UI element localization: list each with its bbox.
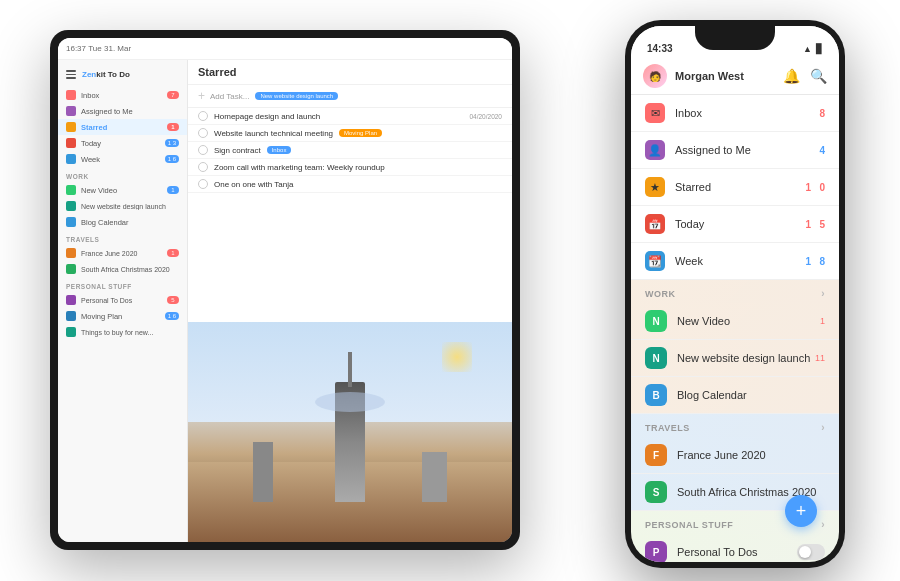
task-item-homepage[interactable]: Homepage design and launch 04/20/2020 [188, 108, 512, 125]
bell-icon[interactable]: 🔔 [783, 68, 800, 84]
tablet-work-blog[interactable]: Blog Calendar [58, 214, 187, 230]
task-date: 04/20/2020 [469, 113, 502, 120]
inbox-tag: Inbox [267, 146, 292, 154]
tablet-main-content: Starred + Add Task... New website design… [188, 60, 512, 542]
phone-nav-today[interactable]: 📅 Today 1 5 [631, 206, 839, 243]
tablet-brand-header: Zenkit To Do [58, 66, 187, 83]
phone-nav-assigned[interactable]: 👤 Assigned to Me 4 [631, 132, 839, 169]
africa-item-icon: S [645, 481, 667, 503]
phone-scroll-area[interactable]: ✉ Inbox 8 👤 Assigned to Me 4 ★ Starred 1… [631, 95, 839, 562]
phone-newvideo-badge: 1 [820, 316, 825, 326]
add-icon: + [198, 89, 205, 103]
assigned-icon: 👤 [645, 140, 665, 160]
tablet-travel-france[interactable]: France June 2020 1 [58, 245, 187, 261]
avatar-initials: 🧑 [649, 71, 661, 82]
tablet-nav-inbox[interactable]: Inbox 7 [58, 87, 187, 103]
sun-glow [442, 342, 472, 372]
tablet-section-title: Starred [188, 60, 512, 85]
task-circle [198, 162, 208, 172]
phone-user-name: Morgan West [675, 70, 744, 82]
phone-blog-label: Blog Calendar [677, 389, 747, 401]
starred-icon: ★ [645, 177, 665, 197]
phone-travel-france[interactable]: F France June 2020 [631, 437, 839, 474]
travels-label: TRAVELS [645, 423, 690, 433]
moving-plan-tag: Moving Plan [339, 129, 382, 137]
inbox-icon: ✉ [645, 103, 665, 123]
tablet-starred-badge: 1 [167, 123, 179, 131]
personal-chevron[interactable]: › [821, 519, 825, 530]
tablet-travel-africa[interactable]: South Africa Christmas 2020 [58, 261, 187, 277]
tablet-work-website[interactable]: New website design launch [58, 198, 187, 214]
phone-device: 14:33 ▲ ▊ 🧑 Morgan West 🔔 🔍 [625, 20, 845, 568]
task-item-sign-contract[interactable]: Sign contract Inbox [188, 142, 512, 159]
travels-chevron[interactable]: › [821, 422, 825, 433]
phone-status-icons: ▲ ▊ [803, 44, 823, 54]
new-task-tag: New website design launch [255, 92, 338, 100]
work-chevron[interactable]: › [821, 288, 825, 299]
task-item-website-meeting[interactable]: Website launch technical meeting Moving … [188, 125, 512, 142]
phone-personal-label: Personal To Dos [677, 546, 758, 558]
task-label: Sign contract [214, 146, 261, 155]
task-item-one-on-one[interactable]: One on one with Tanja [188, 176, 512, 193]
phone-inbox-label: Inbox [675, 107, 702, 119]
phone-website-badge: 11 [815, 353, 825, 363]
week-icon [66, 154, 76, 164]
phone-week-badge: 1 8 [806, 256, 825, 267]
phone-work-blog[interactable]: B Blog Calendar [631, 377, 839, 414]
tablet-starred-label: Starred [81, 123, 107, 132]
task-item-zoom-call[interactable]: Zoom call with marketing team: Weekly ro… [188, 159, 512, 176]
tablet-things-buy[interactable]: Things to buy for new... [58, 324, 187, 340]
tablet-nav-assigned[interactable]: Assigned to Me [58, 103, 187, 119]
phone-work-newvideo[interactable]: N New Video 1 [631, 303, 839, 340]
things-icon [66, 327, 76, 337]
tablet-add-task-label: Add Task... [210, 92, 249, 101]
france-item-icon: F [645, 444, 667, 466]
tablet-week-label: Week [81, 155, 100, 164]
fab-plus-icon: + [796, 501, 807, 522]
tablet-nav-starred[interactable]: Starred 1 [58, 119, 187, 135]
inbox-icon [66, 90, 76, 100]
tower [335, 382, 365, 502]
tablet-add-task[interactable]: + Add Task... New website design launch [188, 85, 512, 108]
tablet-work-newvideo[interactable]: New Video 1 [58, 182, 187, 198]
phone-nav-starred[interactable]: ★ Starred 1 0 [631, 169, 839, 206]
fab-add-button[interactable]: + [785, 495, 817, 527]
personal-label: PERSONAL STUFF [645, 520, 733, 530]
tablet-background-art [188, 322, 512, 542]
tablet-nav-week[interactable]: Week 1 6 [58, 151, 187, 167]
star-icon [66, 122, 76, 132]
phone-nav-week[interactable]: 📆 Week 1 8 [631, 243, 839, 280]
tablet-inbox-label: Inbox [81, 91, 99, 100]
tablet-assign-label: Assigned to Me [81, 107, 133, 116]
phone-france-label: France June 2020 [677, 449, 766, 461]
scene: 16:37 Tue 31. Mar Zenkit To Do [0, 0, 900, 581]
today-icon [66, 138, 76, 148]
search-icon[interactable]: 🔍 [810, 68, 827, 84]
tablet-nav-today[interactable]: Today 1 3 [58, 135, 187, 151]
africa-icon [66, 264, 76, 274]
work-label: WORK [645, 289, 676, 299]
user-avatar: 🧑 [643, 64, 667, 88]
tablet-today-badge: 1 3 [165, 139, 179, 147]
week-icon: 📆 [645, 251, 665, 271]
personal-item-icon: P [645, 541, 667, 562]
newvideo-item-icon: N [645, 310, 667, 332]
personal-toggle[interactable] [797, 544, 825, 560]
blog-item-icon: B [645, 384, 667, 406]
assign-icon [66, 106, 76, 116]
tablet-week-badge: 1 6 [165, 155, 179, 163]
hamburger-icon[interactable] [66, 70, 76, 79]
phone-time: 14:33 [647, 43, 673, 54]
task-label: Website launch technical meeting [214, 129, 333, 138]
personal-icon [66, 295, 76, 305]
phone-starred-badge: 1 0 [806, 182, 825, 193]
phone-work-website[interactable]: N New website design launch 11 [631, 340, 839, 377]
tablet-moving-plan[interactable]: Moving Plan 1 6 [58, 308, 187, 324]
website-item-icon: N [645, 347, 667, 369]
phone-personal-todos[interactable]: P Personal To Dos [631, 534, 839, 562]
phone-nav-inbox[interactable]: ✉ Inbox 8 [631, 95, 839, 132]
tablet-device: 16:37 Tue 31. Mar Zenkit To Do [50, 30, 520, 550]
building-left [253, 442, 273, 502]
moving-icon [66, 311, 76, 321]
tablet-personal-todos[interactable]: Personal To Dos 5 [58, 292, 187, 308]
